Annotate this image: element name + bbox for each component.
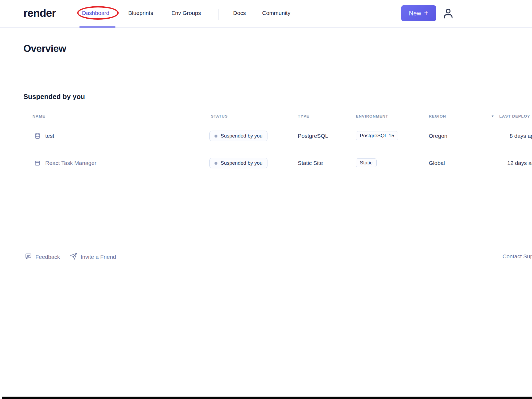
contact-support-label: Contact Support xyxy=(502,253,532,260)
new-button-label: New xyxy=(409,10,421,17)
bottom-bar xyxy=(2,397,532,399)
nav-item-env-groups[interactable]: Env Groups xyxy=(171,10,201,16)
status-label: Suspended by you xyxy=(221,160,262,166)
column-header-status[interactable]: STATUS xyxy=(211,114,228,118)
nav-item-blueprints[interactable]: Blueprints xyxy=(128,10,153,16)
column-header-last-deploy[interactable]: LAST DEPLOY xyxy=(499,114,530,118)
new-button[interactable]: New + xyxy=(401,5,436,21)
environment-badge: PostgreSQL 15 xyxy=(356,131,398,140)
status-dot-icon xyxy=(215,135,217,138)
user-menu-button[interactable] xyxy=(441,6,456,22)
sort-descending-icon[interactable]: ▼ xyxy=(491,114,494,118)
render-logo[interactable]: render xyxy=(23,7,56,19)
last-deploy-cell: 8 days ago xyxy=(510,133,532,139)
nav-item-dashboard[interactable]: Dashboard xyxy=(82,10,109,16)
region-cell: Oregon xyxy=(429,133,447,139)
feedback-label: Feedback xyxy=(35,254,60,260)
database-icon xyxy=(34,132,41,140)
service-name-link[interactable]: test xyxy=(45,133,54,139)
row-divider xyxy=(23,149,532,149)
status-badge: Suspended by you xyxy=(209,158,267,168)
feedback-icon xyxy=(25,253,32,261)
nav-divider xyxy=(218,9,218,20)
paper-plane-icon xyxy=(70,253,77,261)
plus-icon: + xyxy=(424,9,428,17)
service-name-link[interactable]: React Task Manager xyxy=(45,160,96,166)
environment-label: PostgreSQL 15 xyxy=(360,133,394,139)
nav-item-community[interactable]: Community xyxy=(262,10,290,16)
table-header-divider xyxy=(23,121,532,121)
page-title: Overview xyxy=(23,43,66,54)
active-tab-indicator xyxy=(79,26,116,28)
invite-friend-label: Invite a Friend xyxy=(81,254,116,260)
section-title: Suspended by you xyxy=(23,93,85,101)
column-header-environment[interactable]: ENVIRONMENT xyxy=(356,114,388,118)
status-dot-icon xyxy=(215,162,217,165)
status-badge: Suspended by you xyxy=(209,131,267,141)
row-divider xyxy=(23,177,532,177)
invite-friend-link[interactable]: Invite a Friend xyxy=(70,253,116,261)
column-header-region[interactable]: REGION xyxy=(429,114,446,118)
top-navigation: render Dashboard Blueprints Env Groups D… xyxy=(0,0,532,28)
static-site-icon xyxy=(34,160,41,168)
region-cell: Global xyxy=(429,160,445,166)
user-icon xyxy=(442,7,455,21)
type-cell: Static Site xyxy=(298,160,323,166)
contact-support-link[interactable]: Contact Support xyxy=(502,253,532,260)
feedback-link[interactable]: Feedback xyxy=(25,253,60,261)
environment-badge: Static xyxy=(356,158,377,167)
column-header-type[interactable]: TYPE xyxy=(298,114,309,118)
status-label: Suspended by you xyxy=(221,133,262,139)
last-deploy-cell: 12 days ago xyxy=(507,160,532,166)
type-cell: PostgreSQL xyxy=(298,133,328,139)
column-header-name[interactable]: NAME xyxy=(32,114,45,118)
nav-item-docs[interactable]: Docs xyxy=(233,10,246,16)
environment-label: Static xyxy=(360,160,373,166)
